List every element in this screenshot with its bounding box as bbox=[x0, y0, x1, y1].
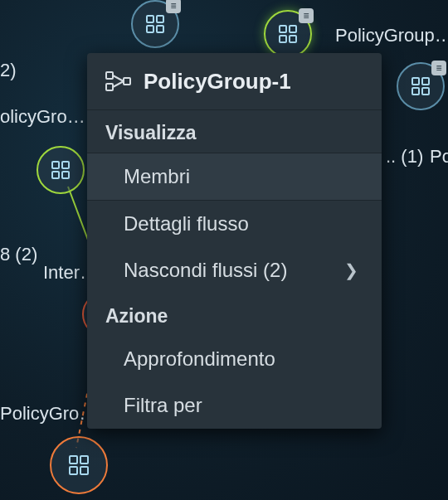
svg-rect-8 bbox=[280, 36, 286, 42]
svg-rect-19 bbox=[80, 456, 88, 464]
svg-rect-10 bbox=[412, 78, 419, 85]
node-label-bottom-policy: PolicyGro… bbox=[0, 403, 97, 425]
menu-item-deep-dive[interactable]: Approfondimento bbox=[87, 336, 382, 382]
svg-rect-4 bbox=[147, 26, 153, 32]
node-badge-icon: ≡ bbox=[166, 0, 181, 13]
menu-item-filter-by[interactable]: Filtra per bbox=[87, 382, 382, 429]
node-label-left-policy: olicyGro… bbox=[0, 106, 85, 128]
graph-node-green-left[interactable] bbox=[37, 146, 85, 194]
svg-rect-7 bbox=[290, 26, 296, 32]
svg-rect-2 bbox=[147, 16, 153, 22]
menu-item-flow-details[interactable]: Dettagli flusso bbox=[87, 201, 382, 247]
graph-node-top-left[interactable]: ≡ bbox=[131, 0, 179, 48]
graph-node-orange-bottom[interactable] bbox=[50, 436, 108, 494]
menu-item-members[interactable]: Membri bbox=[87, 153, 382, 200]
section-label-view: Visualizza bbox=[87, 110, 382, 153]
svg-rect-23 bbox=[106, 84, 113, 90]
svg-line-25 bbox=[113, 75, 124, 81]
svg-rect-22 bbox=[106, 72, 113, 79]
node-badge-icon: ≡ bbox=[431, 61, 446, 75]
node-badge-icon: ≡ bbox=[299, 8, 314, 23]
menu-item-hide-flows[interactable]: Nascondi flussi (2) ❯ bbox=[87, 247, 382, 294]
svg-line-26 bbox=[113, 81, 124, 87]
context-menu-title: PolicyGroup-1 bbox=[144, 69, 291, 95]
svg-rect-6 bbox=[280, 26, 286, 32]
node-label-top-right: PolicyGroup… bbox=[335, 25, 448, 46]
svg-rect-21 bbox=[80, 467, 88, 474]
menu-item-label: Nascondi flussi (2) bbox=[124, 259, 287, 282]
section-label-action: Azione bbox=[87, 294, 382, 336]
graph-canvas[interactable]: ≡ ≡ PolicyGroup… ≡ 2) olicyGro… .. (1) P… bbox=[0, 0, 448, 500]
svg-rect-16 bbox=[52, 172, 59, 178]
svg-rect-17 bbox=[62, 172, 69, 178]
graph-node-policygroup[interactable]: ≡ bbox=[264, 10, 312, 58]
svg-rect-12 bbox=[412, 88, 419, 95]
context-menu: PolicyGroup-1 Visualizza Membri Dettagli… bbox=[87, 53, 382, 429]
node-label-8-2: 8 (2) bbox=[0, 244, 37, 265]
node-label-left-2: 2) bbox=[0, 60, 17, 81]
group-icon bbox=[105, 68, 132, 95]
svg-rect-15 bbox=[62, 162, 69, 168]
svg-rect-5 bbox=[157, 26, 163, 32]
graph-node-right[interactable]: ≡ bbox=[397, 62, 445, 110]
node-label-right-1: .. (1) bbox=[386, 146, 423, 167]
chevron-right-icon: ❯ bbox=[344, 260, 358, 280]
svg-rect-14 bbox=[52, 162, 59, 168]
svg-rect-13 bbox=[422, 88, 429, 95]
svg-rect-18 bbox=[70, 456, 77, 464]
node-label-right-po: Po… bbox=[430, 146, 448, 167]
menu-item-label: Approfondimento bbox=[124, 347, 275, 371]
context-menu-header: PolicyGroup-1 bbox=[87, 53, 382, 110]
menu-item-label: Membri bbox=[124, 165, 190, 188]
svg-rect-3 bbox=[157, 16, 163, 22]
svg-rect-20 bbox=[70, 467, 77, 474]
menu-item-label: Dettagli flusso bbox=[124, 212, 249, 235]
menu-item-label: Filtra per bbox=[124, 394, 202, 417]
svg-rect-24 bbox=[124, 78, 130, 85]
svg-rect-9 bbox=[290, 36, 296, 42]
svg-rect-11 bbox=[422, 78, 429, 85]
